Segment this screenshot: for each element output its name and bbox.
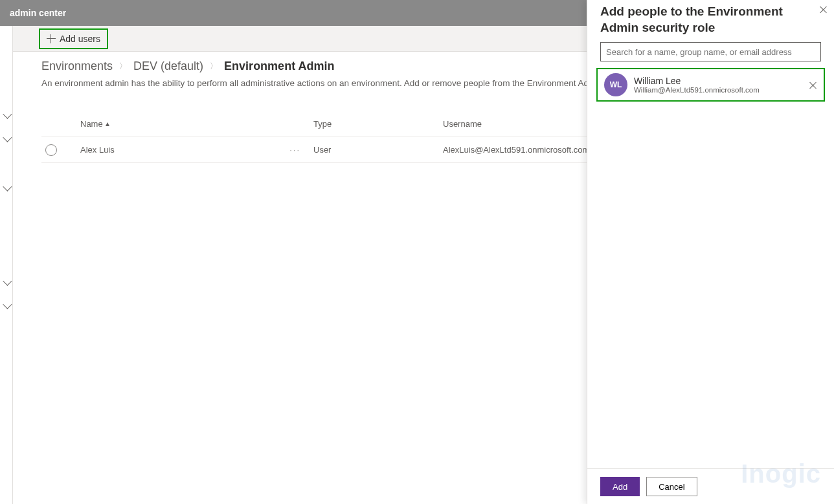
cancel-button[interactable]: Cancel	[646, 477, 697, 496]
add-people-panel: Add people to the Environment Admin secu…	[587, 0, 834, 504]
chevron-down-icon	[3, 300, 12, 309]
chevron-right-icon: 〉	[119, 61, 127, 72]
person-name: William Lee	[634, 76, 760, 86]
panel-title: Add people to the Environment Admin secu…	[600, 4, 821, 36]
selected-person-chip: WL William Lee William@AlexLtd591.onmicr…	[596, 68, 825, 102]
chevron-down-icon	[3, 133, 12, 142]
chevron-down-icon	[3, 182, 12, 192]
chevron-down-icon	[3, 277, 12, 286]
add-button[interactable]: Add	[600, 477, 640, 496]
panel-footer: Add Cancel	[587, 468, 834, 504]
add-users-label: Add users	[60, 34, 100, 44]
rail-toggle-5[interactable]	[0, 294, 13, 317]
panel-header: Add people to the Environment Admin secu…	[587, 0, 834, 42]
row-more-button[interactable]: ···	[289, 145, 300, 155]
search-input[interactable]	[601, 43, 820, 61]
chevron-down-icon	[3, 110, 12, 119]
plus-icon	[47, 34, 56, 43]
col-name[interactable]: Name	[67, 119, 313, 129]
col-type[interactable]: Type	[313, 119, 443, 129]
row-select-circle[interactable]	[45, 144, 57, 156]
left-rail	[0, 26, 13, 504]
rail-toggle-3[interactable]	[0, 176, 13, 199]
add-users-button[interactable]: Add users	[39, 28, 108, 49]
sort-asc-icon	[106, 122, 109, 126]
breadcrumb-current: Environment Admin	[224, 60, 334, 73]
rail-toggle-2[interactable]	[0, 127, 13, 150]
row-type: User	[313, 145, 443, 155]
breadcrumb-dev[interactable]: DEV (default)	[133, 60, 203, 73]
close-icon[interactable]	[817, 4, 830, 17]
avatar: WL	[604, 73, 627, 96]
app-title: admin center	[10, 8, 66, 18]
search-box	[600, 42, 821, 61]
rail-toggle-4[interactable]	[0, 270, 13, 294]
remove-person-icon[interactable]	[807, 80, 817, 90]
row-name: Alex Luis	[80, 145, 115, 155]
breadcrumb-environments[interactable]: Environments	[41, 60, 113, 73]
rail-toggle-1[interactable]	[0, 104, 13, 127]
chevron-right-icon: 〉	[210, 61, 218, 72]
person-email: William@AlexLtd591.onmicrosoft.com	[634, 86, 760, 94]
